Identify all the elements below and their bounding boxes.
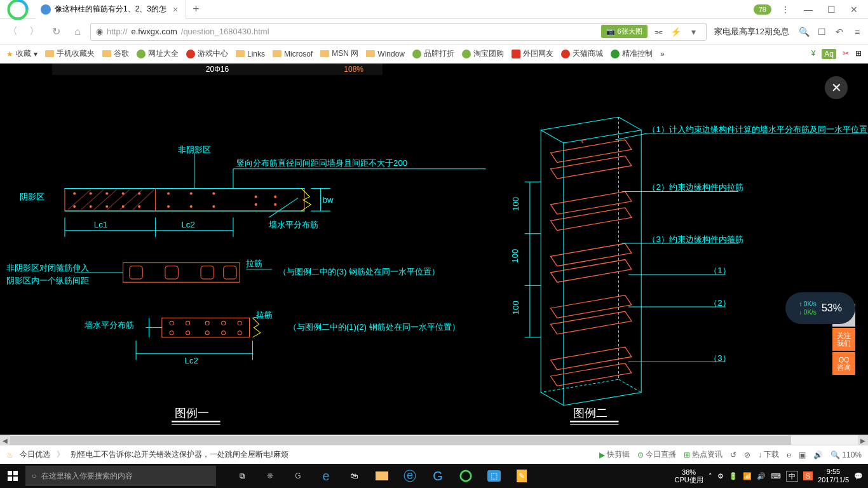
bookmark-fav[interactable]: ★收藏 ▾ bbox=[6, 48, 37, 59]
play-icon: ⊙ bbox=[637, 451, 644, 459]
ime-icon[interactable]: S bbox=[803, 471, 813, 480]
url-input[interactable]: ◉ http://e.fwxgx.com/question_1680430.ht… bbox=[90, 23, 707, 41]
bookmark-item[interactable]: 天猫商城 bbox=[561, 48, 603, 59]
svg-rect-49 bbox=[162, 318, 250, 337]
back-button[interactable]: 〈 bbox=[4, 23, 22, 41]
explorer-icon[interactable] bbox=[369, 464, 395, 488]
download-button[interactable]: ↓ 下载 bbox=[758, 449, 779, 460]
bookmark-item[interactable]: Window bbox=[366, 50, 405, 58]
scrollbar-thumb[interactable] bbox=[10, 436, 791, 445]
tab-title: 像这种柱的箍筋有分1、2、3的怎 bbox=[55, 4, 166, 15]
home-button[interactable]: ⌂ bbox=[69, 23, 86, 41]
browser-logo-icon[interactable] bbox=[5, 0, 31, 22]
tab-close-button[interactable]: × bbox=[170, 4, 180, 15]
toolbar-icon[interactable]: ⊘ bbox=[744, 451, 750, 459]
browser-app-icon[interactable] bbox=[452, 464, 479, 488]
bookmark-item[interactable]: 精准控制 bbox=[611, 48, 653, 59]
live-button[interactable]: ⊙今日直播 bbox=[637, 449, 676, 460]
bolt-icon[interactable]: ⚡ bbox=[669, 25, 683, 39]
ie-icon[interactable]: ⓔ bbox=[397, 464, 423, 488]
taskbar-clock[interactable]: 9:552017/11/5 bbox=[818, 468, 849, 484]
scroll-right-icon[interactable]: ▶ bbox=[858, 435, 868, 445]
share-icon[interactable]: ⫘ bbox=[651, 25, 665, 39]
cad-label: （1） bbox=[709, 266, 730, 275]
news-link[interactable]: 别怪电工不告诉你:总开关错装这保护器，一处跳闸全屋断电!麻烦 bbox=[71, 449, 288, 460]
toolbar-icon[interactable]: 🔊 bbox=[813, 451, 823, 459]
follow-us-button[interactable]: 关注 我们 bbox=[832, 328, 855, 351]
wifi-icon[interactable]: 📶 bbox=[743, 472, 752, 480]
ext-icon[interactable]: ¥ bbox=[811, 49, 816, 59]
toolbar-icon[interactable]: ℮ bbox=[787, 451, 791, 459]
task-view-button[interactable]: ⧉ bbox=[229, 464, 255, 488]
svg-point-30 bbox=[274, 203, 276, 206]
forward-button[interactable]: 〉 bbox=[25, 23, 43, 41]
close-button[interactable]: ✕ bbox=[845, 1, 863, 18]
menu-icon[interactable]: ⋮ bbox=[776, 1, 794, 18]
bookmark-item[interactable]: 网址大全 bbox=[137, 48, 179, 59]
cad-label: （3）约束边缘构件内箍筋 bbox=[648, 234, 743, 244]
ext-icon[interactable]: ⊞ bbox=[855, 49, 862, 59]
bookmark-item[interactable]: 谷歌 bbox=[102, 48, 129, 59]
menu-button[interactable]: ≡ bbox=[850, 25, 864, 39]
reload-button[interactable]: ↻ bbox=[47, 23, 65, 41]
quick-clip-button[interactable]: ▶快剪辑 bbox=[599, 449, 630, 460]
app-icon[interactable]: G bbox=[424, 464, 451, 488]
bookmark-item[interactable]: 外国网友 bbox=[512, 48, 553, 59]
bookmark-item[interactable]: 手机收藏夹 bbox=[45, 48, 95, 59]
svg-point-25 bbox=[190, 205, 193, 208]
cad-label: Lc2 bbox=[185, 356, 198, 365]
image-count-pill[interactable]: 📷 6张大图 bbox=[601, 25, 647, 38]
app-icon[interactable]: ⬚ bbox=[480, 464, 507, 488]
image-viewer-close-button[interactable]: ✕ bbox=[825, 76, 848, 99]
start-button[interactable] bbox=[0, 464, 25, 488]
qq-consult-button[interactable]: QQ 咨询 bbox=[832, 352, 855, 375]
search-icon[interactable]: 🔍 bbox=[797, 25, 811, 39]
bookmark-item[interactable]: Microsof bbox=[273, 50, 313, 58]
bookmark-more[interactable]: » bbox=[660, 50, 665, 58]
cpu-meter[interactable]: 38%CPU使用 bbox=[674, 468, 703, 484]
action-center-icon[interactable]: 💬 bbox=[854, 472, 863, 480]
ext-icon[interactable]: ✂ bbox=[843, 49, 849, 59]
undo-icon[interactable]: ↶ bbox=[832, 25, 846, 39]
site-icon bbox=[512, 50, 520, 58]
app-icon[interactable]: ✎ bbox=[508, 464, 535, 488]
toolbar-icon[interactable]: ↺ bbox=[730, 451, 736, 459]
tray-icon[interactable]: 🔋 bbox=[729, 472, 738, 480]
bookmark-icon[interactable]: ☐ bbox=[815, 25, 829, 39]
maximize-button[interactable]: ☐ bbox=[822, 1, 840, 18]
app-icon[interactable]: G bbox=[285, 464, 311, 488]
horizontal-scrollbar[interactable]: ◀ ▶ bbox=[0, 435, 868, 445]
promo-text[interactable]: 家电最高享12期免息 bbox=[710, 26, 793, 37]
keyboard-icon[interactable]: ⌨ bbox=[771, 472, 781, 480]
bookmark-item[interactable]: 游戏中心 bbox=[186, 48, 228, 59]
bookmark-item[interactable]: MSN 网 bbox=[320, 48, 358, 59]
store-icon[interactable]: 🛍 bbox=[341, 464, 367, 488]
bookmark-item[interactable]: 淘宝团购 bbox=[462, 48, 504, 59]
browser-tab[interactable]: 像这种柱的箍筋有分1、2、3的怎 × bbox=[36, 0, 186, 19]
network-speed-gauge[interactable]: ↑ 0K/s ↓ 0K/s 53% bbox=[785, 292, 855, 324]
app-icon[interactable]: ❋ bbox=[257, 464, 283, 488]
taskbar-search[interactable]: ○ 在这里输入你要搜索的内容 bbox=[25, 466, 216, 486]
edge-icon[interactable]: e bbox=[313, 464, 339, 488]
cad-image-viewer[interactable]: 20Φ16 108% bbox=[0, 64, 868, 445]
scroll-left-icon[interactable]: ◀ bbox=[0, 435, 10, 445]
svg-rect-1 bbox=[65, 188, 304, 211]
svg-point-18 bbox=[105, 205, 108, 208]
toolbar-icon[interactable]: ▣ bbox=[799, 451, 806, 459]
dropdown-icon[interactable]: ▾ bbox=[687, 25, 701, 39]
tray-icon[interactable]: ⚙ bbox=[717, 472, 724, 480]
bookmark-item[interactable]: Links bbox=[236, 50, 265, 58]
zoom-level[interactable]: 🔍 110% bbox=[831, 451, 862, 459]
new-tab-button[interactable]: + bbox=[186, 3, 206, 16]
bookmark-item[interactable]: 品牌打折 bbox=[412, 48, 454, 59]
ext-icon[interactable]: Aq bbox=[822, 49, 836, 59]
tray-up-icon[interactable]: ˄ bbox=[709, 472, 712, 480]
cad-drawing: 阴影区 非阴影区 竖向分布筋直径同间距同墙身且间距不大于200 bw Lc1 L… bbox=[0, 75, 868, 445]
minimize-button[interactable]: — bbox=[799, 1, 817, 18]
volume-icon[interactable]: 🔊 bbox=[757, 472, 766, 480]
hot-news-button[interactable]: ⊞热点资讯 bbox=[684, 449, 722, 460]
today-pick[interactable]: 今日优选 bbox=[20, 449, 50, 460]
extension-badge[interactable]: 78 bbox=[754, 4, 771, 15]
search-placeholder: 在这里输入你要搜索的内容 bbox=[41, 471, 133, 482]
ime-indicator[interactable]: 中 bbox=[786, 471, 798, 482]
